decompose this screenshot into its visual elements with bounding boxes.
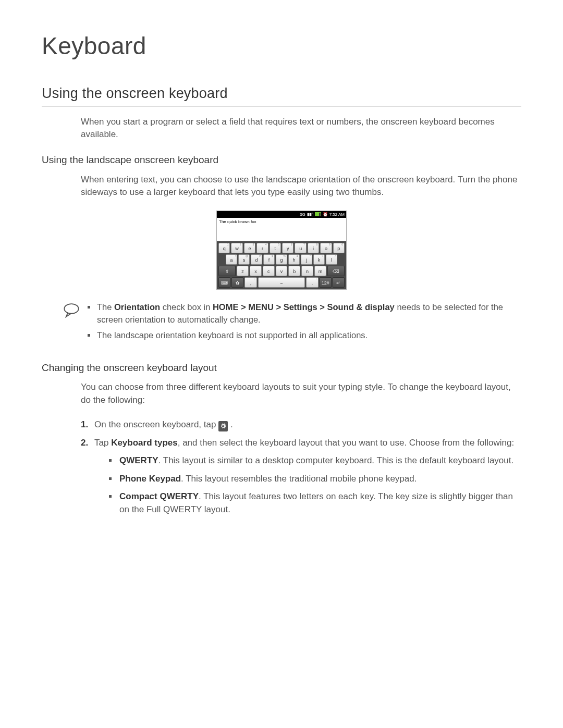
step-item: Tap Keyboard types, and then select the … <box>81 437 521 516</box>
space-key: ⌣ <box>258 277 305 288</box>
letter-key: 3e <box>244 243 255 253</box>
comma-key: ;, <box>244 277 256 288</box>
letter-key: n <box>301 266 313 276</box>
sub1-heading: Using the landscape onscreen keyboard <box>42 153 521 167</box>
gear-icon <box>218 421 228 431</box>
letter-key: &h <box>288 254 300 265</box>
letter-key: 6y <box>282 243 293 253</box>
letter-key: %g <box>276 254 287 265</box>
period-key: :. <box>306 277 318 288</box>
network-icon: 3G <box>300 212 305 218</box>
note-item: The Orientation check box in HOME > MENU… <box>88 301 521 326</box>
letter-key: ?k <box>313 254 325 265</box>
letter-key: @s <box>238 254 250 265</box>
letter-key: *j <box>301 254 312 265</box>
keyboard-switch-key: ⌨ <box>218 277 230 288</box>
letter-key: z <box>237 266 249 276</box>
letter-key: c <box>263 266 275 276</box>
status-bar: 3G ▮▮▯ ⏰ 7:52 AM <box>217 211 346 218</box>
letter-key: 1q <box>218 243 230 253</box>
letter-key: 4r <box>256 243 268 253</box>
phone-screenshot: 3G ▮▮▯ ⏰ 7:52 AM The quick brown fox 1q2… <box>216 211 347 290</box>
letter-key: 7u <box>295 243 306 253</box>
letter-key: !a <box>226 254 237 265</box>
letter-key: v <box>276 266 288 276</box>
battery-icon <box>315 212 321 216</box>
note-icon <box>63 301 80 323</box>
sub2-heading: Changing the onscreen keyboard layout <box>42 361 521 375</box>
sub2-intro: You can choose from three different keyb… <box>81 381 521 406</box>
section-intro: When you start a program or select a fie… <box>81 116 521 141</box>
letter-key: /l <box>326 254 337 265</box>
numbers-key: 12# <box>320 277 332 288</box>
letter-key: 8i <box>308 243 319 253</box>
status-time: 7:52 AM <box>329 212 345 218</box>
layout-option: QWERTY. This layout is similar to a desk… <box>109 454 521 467</box>
letter-key: x <box>250 266 262 276</box>
sub1-text: When entering text, you can choose to us… <box>81 174 521 199</box>
notes-list: The Orientation check box in HOME > MENU… <box>88 301 521 345</box>
text-field: The quick brown fox <box>217 218 346 241</box>
enter-key: ↵ <box>333 277 345 288</box>
layout-options: QWERTY. This layout is similar to a desk… <box>109 454 521 516</box>
svg-point-0 <box>64 304 78 314</box>
steps-list: On the onscreen keyboard, tap . Tap Keyb… <box>81 418 521 516</box>
letter-key: #d <box>251 254 262 265</box>
section-heading: Using the onscreen keyboard <box>42 83 521 106</box>
step-item: On the onscreen keyboard, tap . <box>81 418 521 431</box>
layout-option: Phone Keypad. This layout resembles the … <box>109 473 521 486</box>
letter-key: 5t <box>270 243 281 253</box>
letter-key: 9o <box>320 243 332 253</box>
letter-key: b <box>288 266 300 276</box>
letter-key: 0p <box>333 243 345 253</box>
onscreen-keyboard: 1q2w3e4r5t6y7u8i9o0p !a@s#d$f%g&h*j?k/l … <box>217 241 346 289</box>
signal-icon: ▮▮▯ <box>307 212 313 218</box>
gear-key: ✿ <box>231 277 243 288</box>
letter-key: $f <box>263 254 275 265</box>
note-item: The landscape orientation keyboard is no… <box>88 329 521 342</box>
letter-key: 2w <box>231 243 242 253</box>
backspace-key: ⌫ <box>327 266 345 276</box>
letter-key: m <box>314 266 326 276</box>
alarm-icon: ⏰ <box>323 212 328 218</box>
layout-option: Compact QWERTY. This layout features two… <box>109 490 521 516</box>
page-title: Keyboard <box>42 29 521 64</box>
shift-key: ⇧ <box>218 266 236 276</box>
